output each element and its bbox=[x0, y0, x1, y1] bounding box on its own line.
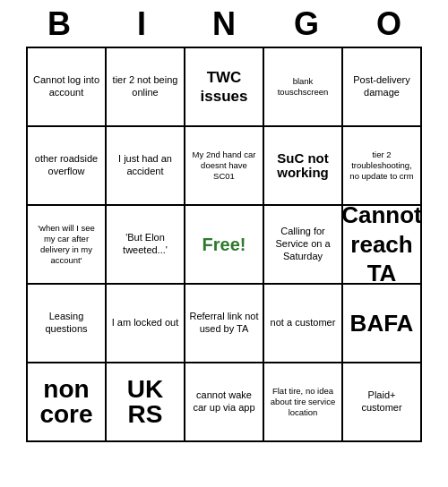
cell-10[interactable]: 'when will I see my car after delivery i… bbox=[28, 206, 107, 285]
cell-20[interactable]: non core bbox=[28, 363, 107, 442]
cell-0[interactable]: Cannot log into account bbox=[28, 48, 107, 127]
cell-22[interactable]: cannot wake car up via app bbox=[185, 363, 264, 442]
letter-g: G bbox=[267, 5, 346, 43]
cell-18[interactable]: not a customer bbox=[264, 285, 343, 363]
cell-2[interactable]: TWC issues bbox=[185, 48, 264, 127]
cell-16[interactable]: I am locked out bbox=[107, 285, 185, 363]
cell-12[interactable]: Free! bbox=[185, 206, 264, 285]
letter-o: O bbox=[349, 5, 428, 43]
bingo-grid: Cannot log into accounttier 2 not being … bbox=[26, 47, 422, 442]
letter-i: I bbox=[102, 5, 181, 43]
cell-3[interactable]: blank touschscreen bbox=[264, 48, 343, 127]
letter-b: B bbox=[20, 5, 99, 43]
cell-8[interactable]: SuC not working bbox=[264, 127, 343, 206]
cell-7[interactable]: My 2nd hand car doesnt have SC01 bbox=[185, 127, 264, 206]
cell-1[interactable]: tier 2 not being online bbox=[107, 48, 185, 127]
cell-13[interactable]: Calling for Service on a Saturday bbox=[264, 206, 343, 285]
cell-17[interactable]: Referral link not used by TA bbox=[185, 285, 264, 363]
cell-24[interactable]: Plaid+ customer bbox=[343, 363, 422, 442]
cell-23[interactable]: Flat tire, no idea about tire service lo… bbox=[264, 363, 343, 442]
cell-14[interactable]: Cannot reach TA bbox=[343, 206, 422, 285]
cell-11[interactable]: 'But Elon tweeted...' bbox=[107, 206, 185, 285]
cell-6[interactable]: I just had an accident bbox=[107, 127, 185, 206]
cell-9[interactable]: tier 2 troubleshooting, no update to crm bbox=[343, 127, 422, 206]
cell-19[interactable]: BAFA bbox=[343, 285, 422, 363]
cell-21[interactable]: UK RS bbox=[107, 363, 185, 442]
bingo-header: B I N G O bbox=[18, 0, 430, 47]
cell-4[interactable]: Post-delivery damage bbox=[343, 48, 422, 127]
cell-5[interactable]: other roadside overflow bbox=[28, 127, 107, 206]
letter-n: N bbox=[185, 5, 263, 43]
cell-15[interactable]: Leasing questions bbox=[28, 285, 107, 363]
